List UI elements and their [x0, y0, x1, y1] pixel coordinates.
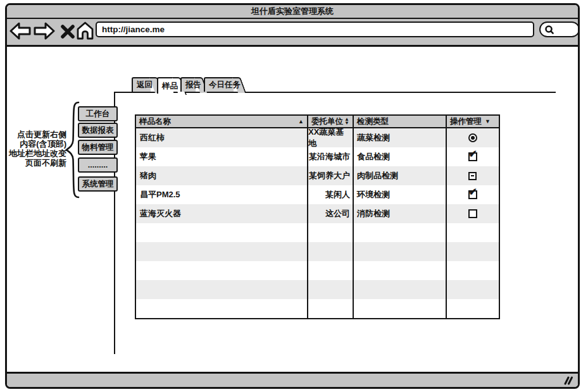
cell-empty: [354, 242, 447, 261]
column-header-client[interactable]: 委托单位▲▼: [308, 116, 354, 127]
table-row-empty: [136, 223, 499, 242]
home-button[interactable]: [75, 21, 95, 40]
cell-name: 西红柿: [136, 128, 308, 147]
cell-empty: [447, 299, 498, 318]
annotation-line: 点击更新右侧: [7, 130, 66, 139]
cell-empty: [308, 299, 354, 318]
checkbox-checked-icon[interactable]: [468, 152, 477, 161]
cell-client: XX蔬菜基地: [308, 128, 354, 147]
cell-empty: [136, 242, 308, 261]
tab-bar: 返回样品报告今日任务: [7, 77, 578, 94]
cell-type: 肉制品检测: [354, 166, 447, 185]
sort-both-icon: ▲▼: [344, 118, 349, 125]
back-button[interactable]: [9, 22, 31, 40]
cell-empty: [136, 280, 308, 299]
column-label: 委托单位: [311, 116, 343, 127]
tab-back[interactable]: 返回: [132, 77, 151, 92]
screenshot-stage: 坦什盾实验室管理系统: [0, 0, 588, 392]
sidebar-item-label: 物料管理: [82, 142, 114, 153]
cell-control: [447, 204, 498, 223]
x-icon: [61, 24, 75, 39]
table-row: 蓝海灭火器这公司消防检测: [136, 204, 499, 223]
samples-table: 样品名称▲委托单位▲▼检测类型操作管理▼ 西红柿XX蔬菜基地蔬菜检测苹果某沿海城…: [135, 114, 500, 319]
sidebar-item-label: .........: [88, 161, 108, 169]
sidebar-item-materials[interactable]: 物料管理: [78, 140, 118, 155]
forward-button[interactable]: [34, 22, 55, 40]
cell-control: [447, 128, 498, 147]
cell-empty: [136, 299, 308, 318]
sidebar-item-data-reports[interactable]: 数据报表: [78, 123, 118, 138]
cell-empty: [308, 261, 354, 280]
tab-samples[interactable]: 样品: [157, 77, 173, 94]
cell-empty: [136, 261, 308, 280]
cell-empty: [447, 242, 498, 261]
tab-label: 今日任务: [209, 80, 241, 90]
status-bar: [7, 372, 578, 387]
table-row-empty: [136, 261, 499, 280]
cell-name: 蓝海灭火器: [136, 204, 308, 223]
cell-empty: [354, 299, 447, 318]
resize-grip-icon[interactable]: [562, 376, 573, 385]
checkbox-unchecked-icon[interactable]: [468, 209, 477, 218]
sidebar-item-label: 工作台: [86, 109, 110, 119]
table-row-empty: [136, 280, 499, 299]
cell-control: [447, 147, 498, 166]
sidebar-item-workbench[interactable]: 工作台: [78, 106, 118, 121]
home-icon: [75, 21, 95, 40]
cell-empty: [447, 261, 498, 280]
cell-empty: [308, 242, 354, 261]
radio-selected-icon[interactable]: [468, 133, 477, 142]
cell-empty: [136, 223, 308, 242]
annotation-line: 页面不刷新: [7, 158, 66, 168]
cell-empty: [354, 261, 447, 280]
browser-window: 坦什盾实验室管理系统: [5, 3, 580, 389]
tab-today-tasks[interactable]: 今日任务: [204, 77, 234, 92]
cell-empty: [308, 223, 354, 242]
column-label: 操作管理: [450, 116, 482, 127]
forward-arrow-icon: [34, 22, 55, 40]
column-label: 样品名称: [139, 116, 171, 127]
sort-down: ▼: [344, 121, 349, 125]
url-input[interactable]: [96, 21, 534, 37]
cell-control: [447, 185, 498, 204]
sidebar-item-more[interactable]: .........: [78, 157, 118, 173]
cell-client: 某沿海城市: [308, 147, 354, 166]
cell-empty: [308, 280, 354, 299]
annotation-line: 内容(含顶部): [7, 139, 66, 149]
table-row: 苹果某沿海城市食品检测: [136, 147, 499, 166]
cell-empty: [447, 280, 498, 299]
tab-reports[interactable]: 报告: [180, 77, 196, 92]
table-row: 西红柿XX蔬菜基地蔬菜检测: [136, 128, 499, 147]
cell-control: [447, 166, 498, 185]
annotation-line: 地址栏地址改变: [7, 149, 66, 158]
table-row-empty: [136, 299, 499, 318]
checkbox-checked-icon[interactable]: [468, 190, 477, 199]
cell-type: 消防检测: [354, 204, 447, 223]
column-label: 检测类型: [357, 116, 389, 127]
stop-button[interactable]: [61, 24, 75, 39]
cell-type: 食品检测: [354, 147, 447, 166]
cell-name: 昌平PM2.5: [136, 185, 308, 204]
tab-label: 样品: [162, 81, 178, 92]
window-title: 坦什盾实验室管理系统: [251, 6, 334, 17]
table-body: 西红柿XX蔬菜基地蔬菜检测苹果某沿海城市食品检测猪肉某饲养大户肉制品检测昌平PM…: [136, 128, 499, 318]
tab-label: 返回: [137, 80, 153, 90]
annotation-note: 点击更新右侧内容(含顶部)地址栏地址改变页面不刷新: [7, 130, 66, 168]
cell-type: 环境检测: [354, 185, 447, 204]
column-header-name[interactable]: 样品名称▲: [136, 116, 308, 127]
cell-type: 蔬菜检测: [354, 128, 447, 147]
column-header-control[interactable]: 操作管理▼: [447, 116, 498, 127]
table-row: 猪肉某饲养大户肉制品检测: [136, 166, 499, 185]
cell-empty: [354, 223, 447, 242]
checkbox-indeterminate-icon[interactable]: [468, 172, 477, 180]
sidebar-item-label: 数据报表: [82, 125, 114, 136]
table-row-empty: [136, 242, 499, 261]
cell-name: 猪肉: [136, 166, 308, 185]
cell-client: 这公司: [308, 204, 354, 223]
search-box[interactable]: [539, 21, 580, 37]
sidebar-item-system[interactable]: 系统管理: [78, 176, 118, 192]
sort-asc-icon: ▲: [298, 119, 304, 125]
dropdown-icon: ▼: [485, 119, 491, 125]
cell-empty: [447, 223, 498, 242]
column-header-type[interactable]: 检测类型: [354, 116, 447, 127]
